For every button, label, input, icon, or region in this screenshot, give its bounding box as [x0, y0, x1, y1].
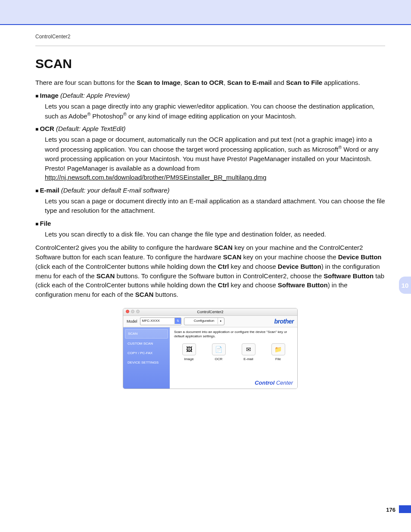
envelope-icon: ✉	[246, 346, 251, 353]
app-screenshot: ControlCenter2 Model MFC-XXXX ⇅ Configur…	[123, 308, 298, 389]
list-item: File Lets you scan directly to a disk fi…	[35, 220, 385, 239]
page-title: SCAN	[35, 56, 385, 71]
config-paragraph: ControlCenter2 gives you the ability to …	[35, 243, 385, 299]
minimize-icon[interactable]	[131, 310, 134, 313]
folder-icon: 📁	[274, 346, 282, 353]
header-band	[0, 0, 411, 24]
model-label: Model	[127, 319, 137, 324]
scan-image-button[interactable]: 🖼 Image	[177, 343, 202, 361]
page-number-bar	[399, 505, 411, 513]
screenshot-description: Scan a document into an application or c…	[174, 330, 293, 339]
feature-list: Image (Default: Apple Preview) Lets you …	[35, 92, 385, 239]
sidebar-item-scan[interactable]: SCAN	[125, 329, 168, 339]
document-icon: 📄	[215, 346, 222, 353]
select-arrows-icon: ⇅	[174, 318, 181, 324]
list-item: OCR (Default: Apple TextEdit) Lets you s…	[35, 125, 385, 182]
sidebar-item-custom-scan[interactable]: CUSTOM SCAN	[125, 339, 168, 348]
screenshot-sidebar: SCAN CUSTOM SCAN COPY / PC-FAX DEVICE SE…	[123, 327, 170, 389]
close-icon[interactable]	[126, 310, 129, 313]
traffic-lights	[126, 310, 140, 313]
scan-email-button[interactable]: ✉ E-mail	[236, 343, 261, 361]
sidebar-item-copy-pcfax[interactable]: COPY / PC-FAX	[125, 349, 168, 358]
brother-logo: brother	[274, 318, 294, 325]
list-item: E-mail (Default: your default E-mail sof…	[35, 187, 385, 215]
running-head: ControlCenter2	[35, 34, 385, 40]
header-rule	[0, 24, 411, 25]
scan-file-button[interactable]: 📁 File	[266, 343, 291, 361]
sidebar-item-device-settings[interactable]: DEVICE SETTINGS	[125, 358, 168, 367]
chevron-right-icon: ▸	[218, 318, 224, 324]
scan-ocr-button[interactable]: 📄 OCR	[206, 343, 231, 361]
controlcenter-logo: Control Center	[255, 380, 293, 386]
zoom-icon[interactable]	[136, 310, 140, 313]
list-item: Image (Default: Apple Preview) Lets you …	[35, 92, 385, 121]
divider	[35, 46, 385, 46]
intro-paragraph: There are four scan buttons for the Scan…	[35, 78, 385, 87]
picture-icon: 🖼	[186, 346, 192, 353]
page-number: 176	[386, 507, 395, 513]
chapter-tab: 10	[399, 277, 411, 294]
model-select[interactable]: MFC-XXXX ⇅	[140, 317, 181, 325]
window-title: ControlCenter2	[197, 310, 223, 314]
configuration-button[interactable]: Configuration ▸	[184, 317, 224, 325]
window-titlebar: ControlCenter2	[123, 308, 297, 316]
